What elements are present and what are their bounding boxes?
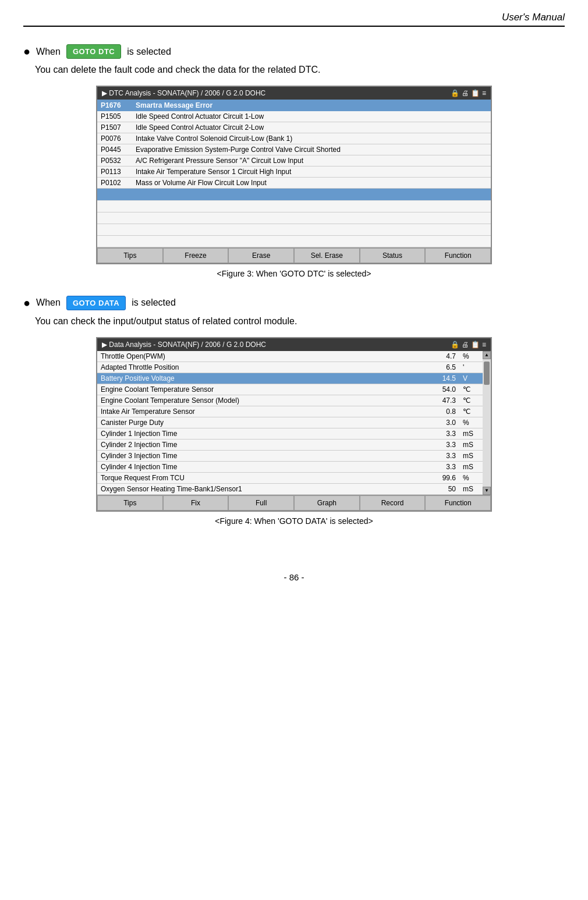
data-btn-tips[interactable]: Tips bbox=[97, 495, 163, 511]
data-table-row: Cylinder 1 Injection Time3.3mS bbox=[97, 428, 483, 439]
data-unit: ℃ bbox=[459, 384, 483, 395]
figure4-container: ▶ Data Analysis - SONATA(NF) / 2006 / G … bbox=[23, 337, 565, 526]
when-label-dtc: When bbox=[36, 47, 61, 57]
manual-title: User's Manual bbox=[502, 12, 565, 23]
is-selected-data: is selected bbox=[132, 297, 176, 308]
dtc-code: P1505 bbox=[97, 111, 132, 122]
dtc-title-text: ▶ DTC Analysis - SONATA(NF) / 2006 / G 2… bbox=[102, 89, 265, 97]
dtc-desc: Smartra Message Error bbox=[132, 100, 491, 111]
data-unit: % bbox=[459, 472, 483, 483]
figure3-caption: <Figure 3: When 'GOTO DTC' is selected> bbox=[217, 269, 371, 278]
figure3-container: ▶ DTC Analysis - SONATA(NF) / 2006 / G 2… bbox=[23, 86, 565, 278]
page-number: - 86 - bbox=[284, 572, 304, 582]
dtc-desc: Intake Air Temperature Sensor 1 Circuit … bbox=[132, 166, 491, 178]
data-unit: mS bbox=[459, 483, 483, 494]
dtc-table-row: P1505Idle Speed Control Actuator Circuit… bbox=[97, 111, 491, 122]
data-btn-function[interactable]: Function bbox=[425, 495, 491, 511]
dtc-code: P1676 bbox=[97, 100, 132, 111]
data-unit: V bbox=[459, 373, 483, 384]
dtc-btn-erase[interactable]: Erase bbox=[228, 248, 294, 263]
data-table-row: Oxygen Sensor Heating Time-Bank1/Sensor1… bbox=[97, 483, 483, 494]
dtc-code: P0102 bbox=[97, 178, 132, 189]
dtc-desc: Intake Valve Control Solenoid Circuit-Lo… bbox=[132, 133, 491, 144]
data-value: 3.3 bbox=[424, 428, 459, 439]
data-titlebar: ▶ Data Analysis - SONATA(NF) / 2006 / G … bbox=[97, 338, 491, 351]
dtc-desc: Mass or Volume Air Flow Circuit Low Inpu… bbox=[132, 178, 491, 189]
data-value: 3.0 bbox=[424, 417, 459, 428]
data-btn-record[interactable]: Record bbox=[360, 495, 426, 511]
bullet-row-data: ● When GOTO DATA is selected bbox=[23, 296, 565, 310]
figure4-caption: <Figure 4: When 'GOTO DATA' is selected> bbox=[215, 516, 373, 526]
data-value: 14.5 bbox=[424, 373, 459, 384]
data-btn-graph[interactable]: Graph bbox=[294, 495, 360, 511]
lock-icon2: 🔒 bbox=[451, 341, 459, 349]
when-label-data: When bbox=[36, 297, 61, 308]
bullet-icon-dtc: ● bbox=[23, 45, 30, 58]
data-unit: mS bbox=[459, 428, 483, 439]
data-table-row: Engine Coolant Temperature Sensor54.0℃ bbox=[97, 384, 483, 395]
data-table-row: Cylinder 3 Injection Time3.3mS bbox=[97, 450, 483, 461]
dtc-screen: ▶ DTC Analysis - SONATA(NF) / 2006 / G 2… bbox=[96, 86, 492, 264]
data-table-row: Cylinder 2 Injection Time3.3mS bbox=[97, 439, 483, 450]
dtc-btn-tips[interactable]: Tips bbox=[97, 248, 163, 263]
data-label: Torque Request From TCU bbox=[97, 472, 424, 483]
data-btn-full[interactable]: Full bbox=[228, 495, 294, 511]
data-label: Battery Positive Voltage bbox=[97, 373, 424, 384]
data-value: 54.0 bbox=[424, 384, 459, 395]
dtc-description: You can delete the fault code and check … bbox=[35, 65, 565, 75]
data-value: 4.7 bbox=[424, 351, 459, 362]
is-selected-dtc: is selected bbox=[127, 47, 171, 57]
data-titlebar-icons: 🔒 🖨 📋 ≡ bbox=[451, 341, 486, 349]
data-btn-fix[interactable]: Fix bbox=[163, 495, 229, 511]
dtc-code: P0445 bbox=[97, 144, 132, 155]
page-header: User's Manual bbox=[23, 12, 565, 27]
data-label: Oxygen Sensor Heating Time-Bank1/Sensor1 bbox=[97, 483, 424, 494]
goto-data-button-image: GOTO DATA bbox=[66, 296, 126, 310]
data-unit: ℃ bbox=[459, 395, 483, 406]
data-value: 3.3 bbox=[424, 461, 459, 472]
data-button-row: TipsFixFullGraphRecordFunction bbox=[97, 495, 491, 511]
scrollbar[interactable]: ▲ ▼ bbox=[483, 351, 491, 495]
menu-icon: ≡ bbox=[482, 89, 486, 97]
dtc-btn-function[interactable]: Function bbox=[425, 248, 491, 263]
print-icon: 🖨 bbox=[462, 89, 469, 97]
bullet-row-dtc: ● When GOTO DTC is selected bbox=[23, 44, 565, 59]
data-label: Cylinder 4 Injection Time bbox=[97, 461, 424, 472]
data-value: 3.3 bbox=[424, 439, 459, 450]
data-unit: mS bbox=[459, 450, 483, 461]
data-label: Engine Coolant Temperature Sensor (Model… bbox=[97, 395, 424, 406]
dtc-empty-rows bbox=[97, 189, 491, 247]
dtc-btn-freeze[interactable]: Freeze bbox=[163, 248, 229, 263]
data-table-row: Battery Positive Voltage14.5V bbox=[97, 373, 483, 384]
copy-icon2: 📋 bbox=[471, 341, 480, 349]
dtc-titlebar-icons: 🔒 🖨 📋 ≡ bbox=[451, 89, 486, 97]
data-unit: % bbox=[459, 417, 483, 428]
scrollbar-thumb bbox=[484, 362, 490, 385]
goto-dtc-button-image: GOTO DTC bbox=[66, 44, 121, 59]
dtc-button-row: TipsFreezeEraseSel. EraseStatusFunction bbox=[97, 247, 491, 263]
data-label: Cylinder 1 Injection Time bbox=[97, 428, 424, 439]
scroll-up-btn[interactable]: ▲ bbox=[483, 351, 491, 359]
data-value: 99.6 bbox=[424, 472, 459, 483]
dtc-btn-sel.-erase[interactable]: Sel. Erase bbox=[294, 248, 360, 263]
page-footer: - 86 - bbox=[23, 572, 565, 582]
dtc-code: P0076 bbox=[97, 133, 132, 144]
dtc-btn-status[interactable]: Status bbox=[360, 248, 426, 263]
dtc-table-row: P0532A/C Refrigerant Pressure Sensor "A"… bbox=[97, 155, 491, 166]
dtc-desc: Idle Speed Control Actuator Circuit 2-Lo… bbox=[132, 122, 491, 133]
data-table-row: Torque Request From TCU99.6% bbox=[97, 472, 483, 483]
data-label: Cylinder 2 Injection Time bbox=[97, 439, 424, 450]
menu-icon2: ≡ bbox=[482, 341, 486, 349]
data-table-row: Adapted Throttle Position6.5' bbox=[97, 362, 483, 373]
dtc-desc: Evaporative Emission System-Purge Contro… bbox=[132, 144, 491, 155]
data-label: Throttle Open(PWM) bbox=[97, 351, 424, 362]
data-table-row: Canister Purge Duty3.0% bbox=[97, 417, 483, 428]
data-unit: ' bbox=[459, 362, 483, 373]
section-goto-data: ● When GOTO DATA is selected You can che… bbox=[23, 296, 565, 526]
dtc-code: P0113 bbox=[97, 166, 132, 178]
dtc-desc: A/C Refrigerant Pressure Sensor "A" Circ… bbox=[132, 155, 491, 166]
scroll-down-btn[interactable]: ▼ bbox=[483, 487, 491, 495]
data-value: 6.5 bbox=[424, 362, 459, 373]
data-unit: ℃ bbox=[459, 406, 483, 417]
bullet-icon-data: ● bbox=[23, 296, 30, 310]
